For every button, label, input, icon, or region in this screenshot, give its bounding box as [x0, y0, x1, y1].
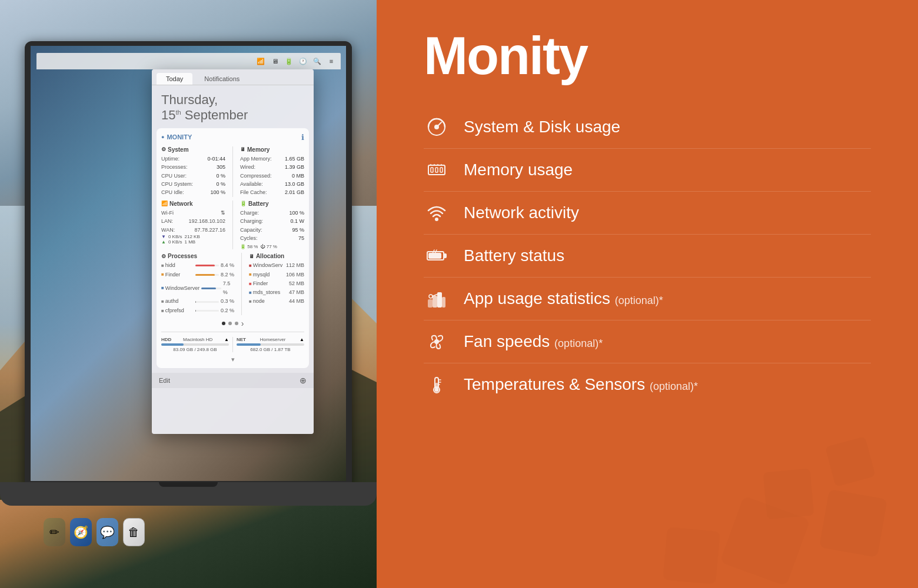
widget-content: ⚙ System Uptime:0-01:44 Processes:305 CP…: [161, 146, 304, 197]
alloc-row-2: ■ mysqld 106 MB: [249, 270, 304, 279]
allocation-section: 🖥 Allocation ■ WindowServ 112 MB ■ mysql…: [249, 253, 304, 315]
processes-label: Processes: [168, 253, 197, 259]
hdd-label: Macintosh HD: [183, 337, 212, 342]
notification-panel: Today Notifications Thursday, 15th Septe…: [152, 69, 314, 434]
alloc-row-4: ■ mds_stores 47 MB: [249, 288, 304, 297]
svg-rect-20: [428, 300, 432, 307]
allocation-label: Allocation: [256, 253, 284, 259]
svg-rect-7: [431, 168, 433, 172]
processes-title: ⚙ Processes: [161, 253, 234, 259]
battery-svg: [426, 245, 447, 266]
speed-dn1-value: 0 KB/s: [168, 234, 182, 239]
battery-section: 🔋 Battery Charge:100 % Charging:0.1 W Ca…: [240, 201, 304, 250]
memory-svg: [426, 159, 447, 181]
divider-3: [241, 253, 242, 315]
svg-point-14: [435, 218, 438, 220]
edit-button[interactable]: Edit: [159, 377, 170, 384]
fan-optional-label: (optional)*: [554, 338, 603, 349]
feature-label-battery: Battery status: [464, 246, 564, 265]
widget-info-icon[interactable]: ℹ: [301, 133, 304, 142]
proc-row-3: ■ WindowServer 7.5 %: [161, 279, 234, 298]
dot-2[interactable]: [228, 322, 232, 325]
feature-label-network: Network activity: [464, 203, 579, 222]
svg-rect-22: [438, 293, 441, 307]
dock-icon-safari[interactable]: 🧭: [70, 518, 92, 546]
chart-icon: [424, 286, 450, 312]
right-panel: Monity System & Disk usage: [377, 0, 918, 588]
app-title: Monity: [424, 29, 871, 82]
temp-main-label: Temperatures & Sensors: [464, 375, 645, 393]
cpu-user-row: CPU User:0 %: [161, 172, 225, 180]
system-section: ⚙ System Uptime:0-01:44 Processes:305 CP…: [161, 146, 225, 197]
clock-menu-icon: 🕐: [298, 56, 308, 66]
wired-row: Wired:1.39 GB: [240, 163, 304, 171]
next-arrow[interactable]: ›: [241, 319, 244, 328]
alloc-row-5: ■ node 44 MB: [249, 297, 304, 306]
speed-up2-value: 1 MB: [185, 239, 196, 245]
feature-item-network: Network activity: [424, 192, 871, 235]
feature-item-battery: Battery status: [424, 235, 871, 278]
dock-icon-trash[interactable]: 🗑: [123, 518, 145, 546]
battery-indicators: 🔋 58 % ⏻ 77 %: [240, 244, 304, 249]
feature-label-temp: Temperatures & Sensors (optional)*: [464, 375, 698, 394]
fan-icon: [424, 329, 450, 355]
app-usage-main-label: App usage statistics: [464, 289, 610, 308]
svg-rect-16: [444, 254, 446, 258]
wifi-row: Wi-Fi ⇅: [161, 209, 225, 217]
feature-label-fan: Fan speeds (optional)*: [464, 332, 603, 351]
hdd-item: HDD Macintosh HD ▲ 83.09 GB / 249.8 GB: [161, 337, 229, 352]
dashboard-icon: [424, 114, 450, 140]
storage-section: HDD Macintosh HD ▲ 83.09 GB / 249.8 GB N…: [161, 332, 304, 363]
svg-rect-9: [440, 168, 443, 172]
widget-header: ● MONITY ℹ: [161, 133, 304, 142]
allocation-title: 🖥 Allocation: [249, 253, 304, 259]
uptime-row: Uptime:0-01:44: [161, 155, 225, 163]
memory-title: 🖥 Memory: [240, 146, 304, 153]
date-text: Thursday,: [161, 92, 218, 107]
temp-optional-label: (optional)*: [650, 380, 698, 392]
memory-icon: [424, 157, 450, 183]
battery-menu-icon: 🔋: [284, 56, 294, 66]
dot-3[interactable]: [235, 322, 238, 325]
net-bar-bg: [237, 343, 304, 346]
wifi-svg: [426, 202, 447, 223]
battery-label: Battery: [248, 201, 268, 207]
svg-point-30: [435, 389, 438, 392]
proc-row-5: ■ cfprefsd 0.2 %: [161, 306, 234, 315]
wan-value: 87.78.227.16: [194, 226, 225, 234]
temp-icon: [424, 372, 450, 397]
battery-icon: [424, 243, 450, 269]
network-section: 📶 Network Wi-Fi ⇅ LAN:192.168.10.102 WAN…: [161, 201, 225, 250]
proc-row-4: ■ authd 0.3 %: [161, 297, 234, 306]
app-memory-row: App Memory:1.65 GB: [240, 155, 304, 163]
processes-section: ⚙ Processes ■ hidd 8.4 % ■ Finder 8.2 %: [161, 253, 234, 315]
capacity-row: Capacity:95 %: [240, 226, 304, 234]
feature-label-memory: Memory usage: [464, 161, 573, 179]
charge-row: Charge:100 %: [240, 209, 304, 217]
lan-value: 192.168.10.102: [188, 217, 225, 225]
tab-today[interactable]: Today: [157, 73, 192, 85]
nc-bottom-toolbar: Edit ⊕: [152, 373, 314, 388]
date-day: 15: [161, 108, 175, 122]
dock-icon-finder[interactable]: ✏: [44, 518, 65, 546]
speed-up1-value: 0 KB/s: [168, 239, 182, 245]
divider-1: [232, 146, 233, 197]
lan-row: LAN:192.168.10.102: [161, 217, 225, 225]
dot-1[interactable]: [222, 322, 225, 325]
date-sup: th: [175, 109, 181, 116]
display-menu-icon: 🖥: [270, 56, 280, 66]
svg-line-4: [437, 122, 441, 127]
nc-date: Thursday, 15th September: [152, 85, 314, 128]
alloc-row-1: ■ WindowServ 112 MB: [249, 261, 304, 270]
dock-icon-messages[interactable]: 💬: [97, 518, 118, 546]
hdd-bar-bg: [161, 343, 229, 346]
widget-title: ● MONITY: [161, 133, 192, 141]
dock-area: ✏ 🧭 💬 🗑: [36, 512, 152, 553]
divider-2: [232, 201, 233, 250]
date-month: September: [185, 108, 248, 122]
net-item: NET Homeserver ▲ 682.0 GB / 1.87 TB: [237, 337, 304, 352]
tab-notifications[interactable]: Notifications: [195, 73, 249, 85]
cpu-system-row: CPU System:0 %: [161, 180, 225, 188]
feature-item-system: System & Disk usage: [424, 106, 871, 149]
net-usage: 682.0 GB / 1.87 TB: [237, 347, 304, 352]
